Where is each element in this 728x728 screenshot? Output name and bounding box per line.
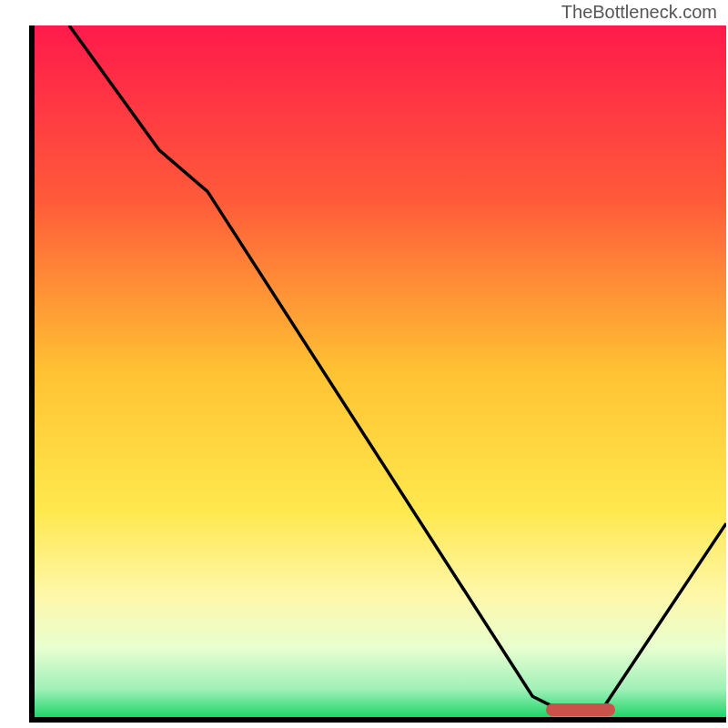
plot-area [29,25,726,723]
optimal-marker [546,703,615,716]
chart-container: TheBottleneck.com [0,0,728,728]
curve-line [35,25,726,717]
watermark-text: TheBottleneck.com [561,2,717,23]
